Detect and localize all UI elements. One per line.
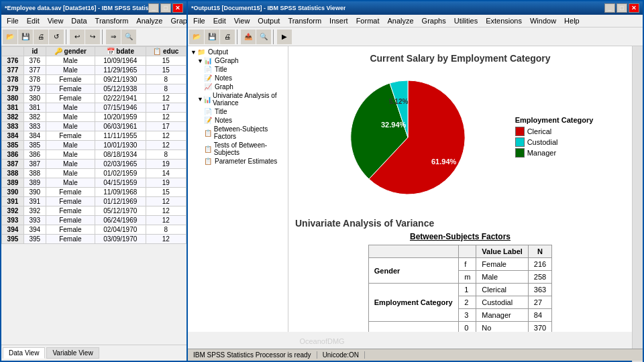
tree-between-subjects[interactable]: 📋 Between-Subjects Factors [189,125,286,141]
vmenu-view[interactable]: View [231,15,254,26]
tree-uni-title[interactable]: 📄 Title [189,107,286,116]
cell-gender: Male [46,56,95,66]
vmenu-window[interactable]: Window [527,15,559,26]
table-row: 390390Female11/09/196815 [2,188,186,197]
tree-univariate[interactable]: ▼ 📊 Univariate Analysis of Variance [189,91,286,107]
tree-param[interactable]: 📋 Parameter Estimates [189,157,286,166]
univariate-expand: ▼ [197,96,203,103]
vmenu-help[interactable]: Help [561,15,583,26]
cell-id: 388 [23,169,46,178]
v-export-btn[interactable]: 📤 [241,29,256,44]
minimize-btn[interactable]: _ [148,3,159,13]
tab-data-view[interactable]: Data View [3,347,45,359]
vmenu-extensions[interactable]: Extensions [482,15,525,26]
viewer-maximize-btn[interactable]: □ [616,3,627,13]
tab-variable-view[interactable]: Variable View [46,347,99,359]
gender-f-label: Female [476,258,529,271]
row-num: 383 [2,122,24,131]
print-btn[interactable]: 🖨 [34,29,48,44]
cell-educ: 12 [146,235,186,244]
tree-ggraph-notes[interactable]: 📝 Notes [189,74,286,82]
redo-btn[interactable]: ↪ [85,29,100,44]
cell-educ: 8 [146,84,186,94]
col-bdate[interactable]: 📅 bdate [95,47,146,56]
gender-m-label: Male [476,271,529,284]
vmenu-graphs[interactable]: Graphs [419,15,449,26]
custodial-pct: 5.12% [389,98,408,105]
tree-ggraph[interactable]: ▼ 📊 GGraph [189,56,286,65]
v-print-btn[interactable]: 🖨 [220,29,235,44]
vmenu-file[interactable]: File [190,15,209,26]
goto-btn[interactable]: ⇒ [106,29,121,44]
menu-edit[interactable]: Edit [23,15,43,26]
cell-educ: 15 [146,56,186,66]
col-rownum [2,47,24,56]
tree-ggraph-title[interactable]: 📄 Title [189,65,286,74]
vmenu-insert[interactable]: Insert [326,15,352,26]
undo-btn[interactable]: ↩ [70,29,85,44]
close-btn[interactable]: ✕ [172,3,183,13]
find-btn[interactable]: 🔍 [121,29,136,44]
menu-file[interactable]: File [3,15,22,26]
cell-educ: 12 [146,216,186,225]
vmenu-utilities[interactable]: Utilities [451,15,481,26]
vmenu-analyze[interactable]: Analyze [384,15,417,26]
maximize-btn[interactable]: □ [160,3,171,13]
tree-tests-bs[interactable]: 📋 Tests of Between-Subjects [189,141,286,157]
cell-id: 380 [23,94,46,103]
vmenu-edit[interactable]: Edit [210,15,229,26]
row-num: 387 [2,160,24,169]
col-id[interactable]: id [23,47,46,56]
vmenu-transform[interactable]: Transform [284,15,325,26]
open-btn[interactable]: 📂 [3,29,17,44]
col-gender[interactable]: 🔑 gender [46,47,95,56]
cell-gender: Female [46,188,95,197]
pie-chart: 61.94% 32.94% 5.12% [327,70,502,204]
tree-output[interactable]: ▼ 📁 Output [189,48,286,56]
row-num: 382 [2,113,24,122]
cell-gender: Male [46,178,95,188]
save-btn[interactable]: 💾 [18,29,33,44]
viewer-minimize-btn[interactable]: _ [604,3,615,13]
viewer-title: *Output15 [Document15] - IBM SPSS Statis… [191,5,345,11]
recall-btn[interactable]: ↺ [49,29,64,44]
tree-ggraph-graph[interactable]: 📈 Graph [189,82,286,91]
minority-header: Minority Classification [368,322,458,333]
empcat-3-n: 84 [528,309,551,322]
cell-id: 394 [23,225,46,235]
cell-bdate: 06/24/1969 [95,216,146,225]
cell-educ: 8 [146,150,186,160]
tree-uni-notes[interactable]: 📝 Notes [189,116,286,125]
cell-id: 377 [23,66,46,75]
table-row: 395395Female03/09/197012 [2,235,186,244]
vmenu-format[interactable]: Format [353,15,383,26]
v-open-btn[interactable]: 📂 [189,29,204,44]
menu-transform[interactable]: Transform [92,15,132,26]
menu-view[interactable]: View [44,15,67,26]
v-save-btn[interactable]: 💾 [205,29,219,44]
minority-0-label: No [476,322,529,333]
menu-analyze[interactable]: Analyze [133,15,166,26]
bsf-table: Value Label N Gender f Female 216 m Male… [368,245,552,332]
col-educ[interactable]: 📋 educ [146,47,186,56]
chart-legend: Employment Category Clerical Custodial M… [515,116,594,159]
menu-data[interactable]: Data [68,15,90,26]
cell-bdate: 08/18/1934 [95,150,146,160]
gender-header: Gender [368,258,458,284]
cell-gender: Male [46,141,95,150]
table-row: 378378Female09/21/19308 [2,75,186,84]
v-run-btn[interactable]: ▶ [277,29,292,44]
legend-clerical: Clerical [515,127,594,136]
vmenu-output[interactable]: Output [254,15,283,26]
v-zoom-btn[interactable]: 🔍 [256,29,271,44]
tree-bs-label: Between-Subjects Factors [214,125,285,140]
custodial-label: Custodial [527,138,558,146]
clerical-swatch [515,127,525,136]
cell-id: 384 [23,131,46,141]
data-table: id 🔑 gender 📅 bdate 📋 educ 376376Male10/… [1,46,186,244]
cell-id: 385 [23,141,46,150]
data-editor-toolbar: 📂 💾 🖨 ↺ ↩ ↪ ⇒ 🔍 [1,27,186,46]
table-row: 376376Male10/09/196415 [2,56,186,66]
viewer-scrollbar[interactable] [632,46,643,362]
viewer-close-btn[interactable]: ✕ [629,3,639,13]
